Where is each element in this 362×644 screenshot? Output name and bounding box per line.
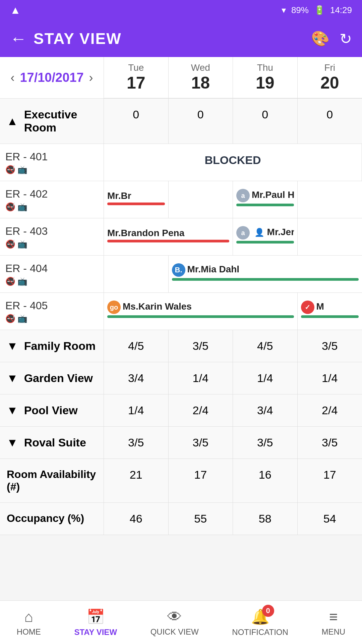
room-type-label-executive[interactable]: ▲ Executive Room bbox=[0, 99, 104, 144]
room-booking-er403-thu[interactable]: a 👤 Mr.Jeremy bbox=[233, 218, 298, 255]
room-row-er403: ER - 403 🚭 📺 Mr.Brandon Pena a 👤 Mr.Jere… bbox=[0, 218, 362, 256]
battery-icon: 🔋 bbox=[314, 5, 325, 15]
room-type-label-pool[interactable]: ▼ Pool View bbox=[0, 394, 104, 426]
room-amenity-icons-er402: 🚭 📺 bbox=[5, 202, 98, 212]
day-header-tue: Tue 17 bbox=[104, 57, 169, 98]
availability-label: Room Availability (#) bbox=[0, 459, 104, 502]
nav-home[interactable]: ⌂ HOME bbox=[17, 608, 41, 637]
room-booking-er402-tue[interactable]: Mr.Br bbox=[104, 181, 169, 218]
occupancy-value-3: 54 bbox=[298, 503, 362, 535]
page-title: STAY VIEW bbox=[34, 30, 311, 48]
room-label-er405: ER - 405 🚭 📺 bbox=[0, 293, 104, 330]
room-booking-er405-fri[interactable]: ✓M bbox=[298, 293, 362, 330]
roval-count-0: 3/5 bbox=[104, 427, 169, 459]
room-row-er402: ER - 402 🚭 📺 Mr.Br aMr.Paul How bbox=[0, 181, 362, 218]
roval-count-1: 3/5 bbox=[169, 427, 233, 459]
garden-count-2: 1/4 bbox=[233, 362, 298, 394]
day-num-0: 17 bbox=[107, 73, 166, 93]
stay-view-grid: ‹ 17/10/2017 › Tue 17 Wed 18 Thu 19 Fri … bbox=[0, 57, 362, 535]
tv-icon-404: 📺 bbox=[17, 277, 27, 286]
room-amenity-icons-er404: 🚭 📺 bbox=[5, 277, 98, 286]
summary-occupancy: Occupancy (%) 46 55 58 54 bbox=[0, 503, 362, 535]
menu-icon: ≡ bbox=[329, 608, 338, 625]
nav-menu-label: MENU bbox=[321, 627, 345, 637]
occupancy-value-1: 55 bbox=[169, 503, 233, 535]
day-name-1: Wed bbox=[171, 62, 230, 73]
room-booking-er402-wed[interactable] bbox=[169, 181, 233, 218]
day-num-3: 20 bbox=[300, 73, 360, 93]
room-type-executive: ▲ Executive Room 0 0 0 0 bbox=[0, 99, 362, 144]
room-type-name-roval: Roval Suite bbox=[24, 436, 86, 449]
room-type-name-executive: Executive Room bbox=[24, 108, 97, 134]
booking-karin-wales: goMs.Karin Wales bbox=[104, 299, 297, 319]
back-button[interactable]: ← bbox=[10, 29, 27, 48]
room-label-er402: ER - 402 🚭 📺 bbox=[0, 181, 104, 218]
chevron-down-icon-roval: ▼ bbox=[7, 436, 18, 449]
tv-icon-403: 📺 bbox=[17, 239, 27, 249]
chevron-down-icon-pool: ▼ bbox=[7, 404, 18, 417]
room-type-label-roval[interactable]: ▼ Roval Suite bbox=[0, 427, 104, 459]
summary-availability: Room Availability (#) 21 17 16 17 bbox=[0, 459, 362, 503]
calendar-icon: 📅 bbox=[86, 608, 105, 626]
executive-count-2: 0 bbox=[233, 99, 298, 144]
availability-value-2: 16 bbox=[233, 459, 298, 502]
room-type-label-family[interactable]: ▼ Family Room bbox=[0, 330, 104, 362]
room-booking-er404-wed[interactable]: B.Mr.Mia Dahl bbox=[169, 256, 362, 292]
nav-quick-view[interactable]: 👁 QUICK VIEW bbox=[150, 608, 199, 637]
room-id-er405: ER - 405 bbox=[5, 300, 98, 312]
color-wheel-icon[interactable]: 🎨 bbox=[311, 30, 329, 47]
booking-brandon-pena: Mr.Brandon Pena bbox=[104, 226, 233, 244]
no-smoking-icon: 🚭 bbox=[5, 165, 15, 174]
booking-mr-jeremy: a 👤 Mr.Jeremy bbox=[233, 225, 297, 245]
chevron-down-icon-family: ▼ bbox=[7, 339, 18, 353]
nav-menu[interactable]: ≡ MENU bbox=[321, 608, 345, 637]
room-booking-er405-tue[interactable]: goMs.Karin Wales bbox=[104, 293, 298, 330]
status-bar: ▲ ▾ 89% 🔋 14:29 bbox=[0, 0, 362, 20]
next-date-button[interactable]: › bbox=[89, 71, 93, 85]
room-label-er401: ER - 401 🚭 📺 bbox=[0, 144, 104, 181]
room-row-er401: ER - 401 🚭 📺 BLOCKED bbox=[0, 144, 362, 181]
chevron-up-icon: ▲ bbox=[7, 115, 18, 128]
room-type-name-family: Family Room bbox=[24, 339, 96, 353]
avatar-icon-paul: a bbox=[236, 189, 250, 202]
nav-stay-view-label: STAY VIEW bbox=[74, 628, 117, 637]
wifi-icon: ▾ bbox=[282, 5, 286, 15]
family-count-1: 3/5 bbox=[169, 330, 233, 362]
home-icon: ⌂ bbox=[24, 608, 34, 625]
room-booking-er403-tue[interactable]: Mr.Brandon Pena bbox=[104, 218, 233, 255]
day-name-2: Thu bbox=[236, 62, 295, 73]
eye-icon: 👁 bbox=[167, 608, 182, 625]
nav-notification[interactable]: 🔔 0 NOTIFICATION bbox=[232, 608, 288, 637]
room-booking-er402-thu[interactable]: aMr.Paul How bbox=[233, 181, 298, 218]
pool-count-2: 3/4 bbox=[233, 394, 298, 426]
occupancy-value-0: 46 bbox=[104, 503, 169, 535]
day-num-2: 19 bbox=[236, 73, 295, 93]
room-id-er403: ER - 403 bbox=[5, 225, 98, 237]
room-booking-er404-tue[interactable] bbox=[104, 256, 169, 292]
room-booking-er402-fri[interactable] bbox=[298, 181, 362, 218]
no-smoking-icon-404: 🚭 bbox=[5, 277, 15, 286]
blocked-label-er401: BLOCKED bbox=[204, 154, 261, 167]
room-type-label-garden[interactable]: ▼ Garden View bbox=[0, 362, 104, 394]
room-booking-er401[interactable]: BLOCKED bbox=[104, 144, 362, 181]
day-header-fri: Fri 20 bbox=[298, 57, 362, 98]
availability-value-3: 17 bbox=[298, 459, 362, 502]
room-booking-er403-fri[interactable] bbox=[298, 218, 362, 255]
no-smoking-icon-405: 🚭 bbox=[5, 314, 15, 323]
prev-date-button[interactable]: ‹ bbox=[10, 71, 14, 85]
nav-notification-label: NOTIFICATION bbox=[232, 628, 288, 637]
room-type-family: ▼ Family Room 4/5 3/5 4/5 3/5 bbox=[0, 330, 362, 362]
current-date[interactable]: 17/10/2017 bbox=[20, 70, 83, 85]
booking-source-go-icon: go bbox=[107, 301, 121, 314]
booking-mia-dahl: B.Mr.Mia Dahl bbox=[169, 262, 362, 282]
room-id-er402: ER - 402 bbox=[5, 188, 98, 200]
bottom-navigation: ⌂ HOME 📅 STAY VIEW 👁 QUICK VIEW 🔔 0 NOTI… bbox=[0, 600, 362, 644]
signal-icon: ▲ bbox=[10, 4, 21, 16]
refresh-icon[interactable]: ↻ bbox=[340, 30, 352, 47]
day-name-3: Fri bbox=[300, 62, 360, 73]
room-type-roval: ▼ Roval Suite 3/5 3/5 3/5 3/5 bbox=[0, 427, 362, 459]
nav-stay-view[interactable]: 📅 STAY VIEW bbox=[74, 608, 117, 637]
room-id-er401: ER - 401 bbox=[5, 151, 98, 163]
day-num-1: 18 bbox=[171, 73, 230, 93]
tv-icon-402: 📺 bbox=[17, 202, 27, 212]
